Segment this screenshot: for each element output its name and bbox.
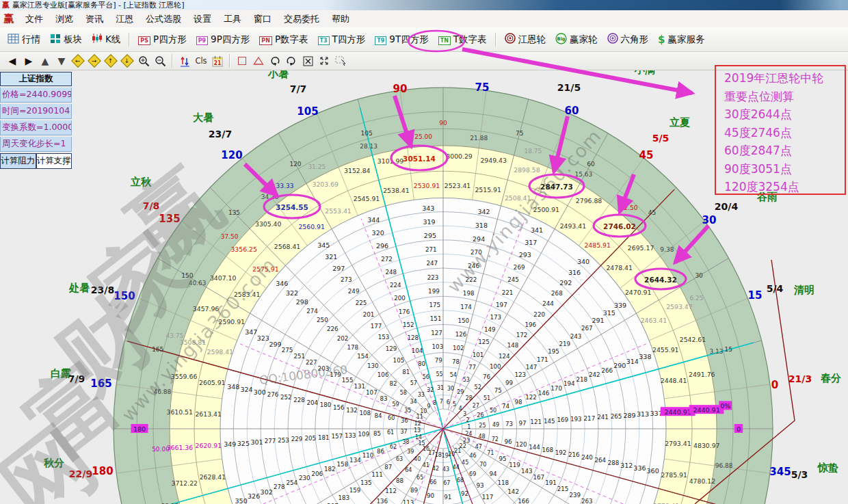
toolbar-p-square[interactable]: PSP四方形 bbox=[133, 31, 191, 48]
lasso-icon[interactable] bbox=[332, 53, 349, 68]
toolbar-9p-square[interactable]: P99P四方形 bbox=[191, 31, 255, 48]
svg-text:59: 59 bbox=[393, 401, 399, 408]
svg-text:343: 343 bbox=[422, 204, 434, 212]
menu-item-4[interactable]: 公式选股 bbox=[140, 11, 187, 27]
draw-triangle-icon[interactable] bbox=[250, 53, 267, 68]
toolbar-separator bbox=[172, 54, 173, 68]
svg-text:338: 338 bbox=[639, 353, 651, 360]
fit-center-icon[interactable] bbox=[316, 53, 332, 68]
menu-item-6[interactable]: 工具 bbox=[217, 11, 248, 27]
svg-text:27: 27 bbox=[473, 403, 479, 409]
svg-text:34: 34 bbox=[410, 399, 416, 405]
delete-box-icon[interactable] bbox=[300, 53, 316, 68]
toolbar-hexagon[interactable]: 六角形 bbox=[602, 31, 654, 48]
svg-text:122: 122 bbox=[525, 394, 537, 401]
menu-item-5[interactable]: 设置 bbox=[187, 11, 217, 27]
svg-text:2793.41: 2793.41 bbox=[665, 440, 691, 447]
svg-text:18.75: 18.75 bbox=[524, 148, 542, 155]
toolbar-t-table[interactable]: TNT数字表 bbox=[434, 31, 492, 48]
menu-item-1[interactable]: 浏览 bbox=[49, 11, 79, 27]
toolbar-winner-wheel[interactable]: Big赢家轮 bbox=[551, 31, 602, 49]
svg-text:96.88: 96.88 bbox=[715, 462, 733, 469]
calc-resistance-button[interactable]: 计算阻力 bbox=[0, 153, 36, 169]
svg-text:314: 314 bbox=[626, 358, 639, 365]
svg-text:24: 24 bbox=[465, 431, 472, 437]
menu-item-2[interactable]: 资讯 bbox=[79, 11, 109, 27]
svg-text:146: 146 bbox=[538, 390, 550, 397]
svg-text:121: 121 bbox=[530, 419, 542, 425]
cls-icon[interactable]: Cls bbox=[193, 53, 209, 68]
svg-text:195: 195 bbox=[548, 348, 559, 355]
nav-down-icon[interactable]: ▼ bbox=[53, 53, 70, 68]
svg-text:196: 196 bbox=[525, 321, 537, 328]
calc-support-button[interactable]: 计算支撑 bbox=[36, 153, 72, 169]
toolbar-p-table[interactable]: PNP数字表 bbox=[254, 31, 313, 48]
svg-text:205: 205 bbox=[304, 435, 316, 442]
rotate-cw-icon[interactable] bbox=[267, 53, 283, 68]
rotate-ccw-icon[interactable] bbox=[283, 53, 300, 68]
nav-next-icon[interactable]: ▶ bbox=[21, 53, 37, 68]
svg-text:50.00: 50.00 bbox=[152, 446, 170, 453]
svg-text:70: 70 bbox=[479, 462, 486, 468]
menu-item-8[interactable]: 交易委托 bbox=[278, 11, 326, 27]
toolbar-separator bbox=[129, 33, 130, 47]
svg-text:21.88: 21.88 bbox=[470, 135, 488, 142]
toolbar-sectors[interactable]: 板块 bbox=[45, 31, 87, 48]
pan-up-icon[interactable]: ↑ bbox=[103, 53, 119, 68]
svg-text:272: 272 bbox=[381, 256, 393, 263]
menu-item-0[interactable]: 文件 bbox=[19, 11, 49, 27]
svg-text:321: 321 bbox=[325, 253, 337, 261]
svg-text:268: 268 bbox=[551, 290, 563, 297]
svg-text:3508.81: 3508.81 bbox=[180, 339, 207, 346]
svg-text:86: 86 bbox=[377, 448, 384, 455]
menu-item-3[interactable]: 江恩 bbox=[109, 11, 140, 27]
svg-text:324: 324 bbox=[241, 386, 253, 393]
menu-item-7[interactable]: 窗口 bbox=[248, 11, 278, 27]
pan-left-icon[interactable]: ← bbox=[70, 53, 86, 68]
svg-text:325: 325 bbox=[237, 440, 250, 447]
svg-text:293: 293 bbox=[519, 251, 531, 258]
instrument-name: 上证指数 bbox=[0, 72, 72, 86]
svg-text:34.38: 34.38 bbox=[261, 194, 279, 200]
svg-text:117: 117 bbox=[482, 494, 494, 501]
svg-text:9: 9 bbox=[427, 403, 430, 410]
svg-text:75: 75 bbox=[516, 130, 523, 137]
svg-text:312: 312 bbox=[620, 462, 633, 469]
toolbar-winner-service[interactable]: $赢家服务 bbox=[653, 31, 709, 48]
svg-text:171: 171 bbox=[537, 356, 548, 363]
draw-square-icon[interactable] bbox=[234, 53, 250, 68]
svg-text:3.13: 3.13 bbox=[709, 348, 723, 355]
nav-prev-icon[interactable]: ◀ bbox=[4, 53, 21, 68]
svg-text:165: 165 bbox=[152, 346, 163, 353]
svg-text:30: 30 bbox=[447, 386, 454, 392]
price-axis-icon[interactable] bbox=[176, 53, 193, 68]
svg-text:29: 29 bbox=[457, 389, 464, 395]
menu-item-9[interactable]: 帮助 bbox=[326, 11, 356, 27]
svg-text:98: 98 bbox=[515, 399, 522, 406]
zoom-out-icon[interactable] bbox=[152, 53, 168, 68]
svg-text:224: 224 bbox=[390, 282, 401, 289]
nav-up-icon[interactable]: ▲ bbox=[37, 53, 53, 68]
calendar-icon[interactable]: 21 bbox=[209, 53, 226, 68]
svg-text:22: 22 bbox=[460, 443, 466, 449]
toolbar-gann-wheel[interactable]: 江恩轮 bbox=[500, 31, 551, 48]
svg-text:4: 4 bbox=[458, 406, 462, 412]
pan-right-icon[interactable]: → bbox=[86, 53, 103, 68]
svg-text:246: 246 bbox=[468, 263, 479, 269]
pan-down-icon[interactable]: ↓ bbox=[119, 53, 135, 68]
toolbar-t-square[interactable]: T3T四方形 bbox=[313, 31, 371, 48]
svg-text:339: 339 bbox=[614, 302, 626, 309]
svg-text:142: 142 bbox=[507, 488, 519, 495]
toolbar-quotes[interactable]: 行情 bbox=[3, 31, 45, 48]
svg-text:19: 19 bbox=[442, 453, 449, 459]
svg-text:76: 76 bbox=[483, 373, 490, 380]
svg-text:55: 55 bbox=[436, 371, 443, 377]
toolbar-9t-square[interactable]: T99T四方形 bbox=[370, 31, 433, 48]
toolbar-kline[interactable]: K线 bbox=[87, 31, 125, 48]
svg-text:290: 290 bbox=[613, 362, 626, 369]
svg-text:7/7: 7/7 bbox=[290, 83, 307, 94]
svg-text:61: 61 bbox=[387, 429, 394, 436]
zoom-in-icon[interactable] bbox=[135, 53, 152, 68]
svg-text:176: 176 bbox=[399, 308, 410, 315]
svg-text:2440.91: 2440.91 bbox=[665, 408, 691, 416]
